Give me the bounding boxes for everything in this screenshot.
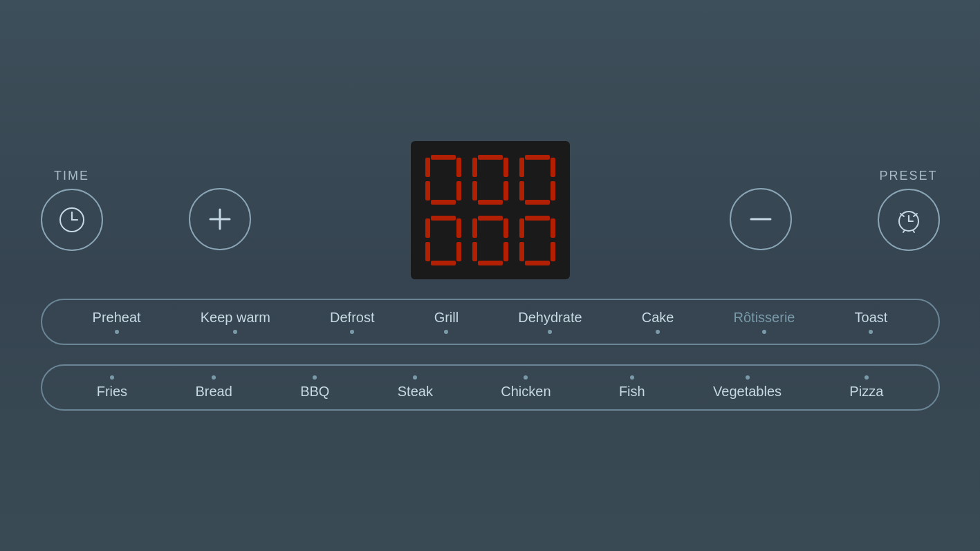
digit-5 [472,216,508,265]
mode-pizza-label: Pizza [849,384,883,400]
digital-display [411,141,570,279]
mode-grill-label: Grill [434,310,459,326]
mode-defrost-label: Defrost [330,310,374,326]
svg-line-11 [913,230,914,232]
mode-dehydrate-dot [548,330,552,334]
mode-fish-label: Fish [619,384,645,400]
mode-pizza[interactable]: Pizza [849,375,883,400]
mode-fries-dot [110,375,114,380]
time-label: TIME [54,169,89,183]
minus-group [730,188,792,250]
mode-vegetables-label: Vegetables [713,384,782,400]
left-controls: TIME [41,169,251,251]
mode-grill[interactable]: Grill [434,310,459,334]
mode-fish-dot [630,375,634,380]
mode-pizza-dot [865,375,869,380]
top-controls-row: TIME [41,141,940,279]
plus-button[interactable] [189,188,251,250]
plus-group [189,188,251,250]
mode-steak[interactable]: Steak [398,375,433,400]
mode-chicken-label: Chicken [501,384,551,400]
mode-dehydrate-label: Dehydrate [518,310,582,326]
digit-3 [519,155,555,205]
mode-keepwarm[interactable]: Keep warm [201,310,270,334]
mode-cake[interactable]: Cake [642,310,674,334]
mode-bread-label: Bread [195,384,232,400]
mode-preheat-label: Preheat [93,310,141,326]
mode-keepwarm-label: Keep warm [201,310,270,326]
mode-chicken[interactable]: Chicken [501,375,551,400]
mode-defrost-dot [350,330,354,334]
mode-rotisserie-dot [762,330,766,334]
preset-button[interactable] [878,189,940,251]
mode-chicken-dot [524,375,528,380]
minus-button[interactable] [730,188,792,250]
mode-rotisserie[interactable]: Rôtisserie [734,310,795,334]
minus-icon [746,204,776,234]
mode-cake-label: Cake [642,310,674,326]
right-controls: PRESET [730,169,940,251]
svg-line-10 [903,230,905,232]
mode-steak-dot [413,375,417,380]
main-panel: TIME [0,0,980,551]
plus-icon [205,204,235,234]
preset-group: PRESET [878,169,940,251]
mode-fries[interactable]: Fries [97,375,127,400]
mode-row-2: Fries Bread BBQ Steak Chicken Fish Veget… [41,364,940,411]
mode-toast-dot [869,330,873,334]
clock-icon [57,205,87,235]
digit-2 [472,155,508,205]
mode-steak-label: Steak [398,384,433,400]
time-group: TIME [41,169,103,251]
mode-cake-dot [656,330,660,334]
mode-bbq-label: BBQ [300,384,329,400]
digit-1 [425,155,461,205]
mode-toast[interactable]: Toast [855,310,888,334]
mode-fish[interactable]: Fish [619,375,645,400]
mode-vegetables[interactable]: Vegetables [713,375,782,400]
mode-preheat[interactable]: Preheat [93,310,141,334]
mode-vegetables-dot [746,375,750,380]
alarm-icon [894,205,924,235]
mode-rotisserie-label: Rôtisserie [734,310,795,326]
mode-bbq-dot [313,375,317,380]
digit-4 [425,216,461,265]
digit-6 [519,216,555,265]
mode-keepwarm-dot [233,330,237,334]
mode-preheat-dot [115,330,119,334]
mode-toast-label: Toast [855,310,888,326]
mode-bread-dot [212,375,216,380]
preset-label: PRESET [879,169,937,183]
mode-bread[interactable]: Bread [195,375,232,400]
mode-fries-label: Fries [97,384,127,400]
mode-defrost[interactable]: Defrost [330,310,374,334]
time-button[interactable] [41,189,103,251]
mode-row-1: Preheat Keep warm Defrost Grill Dehydrat… [41,299,940,345]
mode-dehydrate[interactable]: Dehydrate [518,310,582,334]
mode-bbq[interactable]: BBQ [300,375,329,400]
mode-grill-dot [444,330,448,334]
